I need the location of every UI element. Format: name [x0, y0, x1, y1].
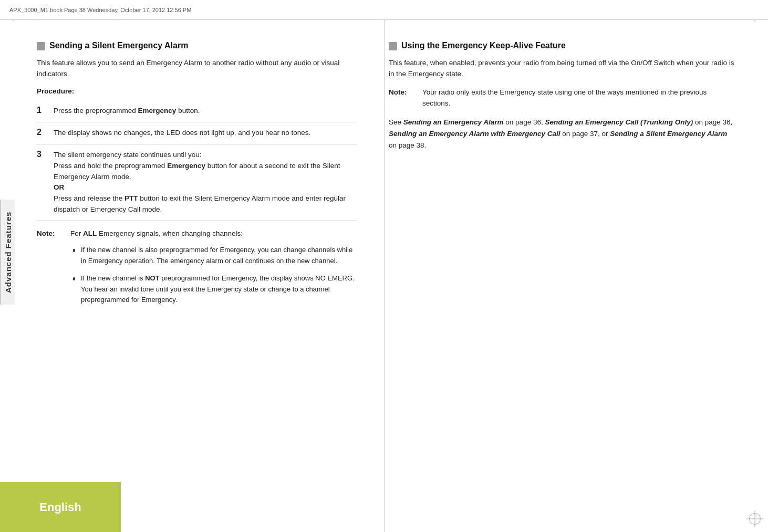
right-note-label: Note:: [389, 87, 415, 109]
bullet-item-2: If the new channel is NOT preprogrammed …: [81, 273, 357, 306]
step-3-text: The silent emergency state continues unt…: [54, 150, 357, 216]
right-section-title: Using the Emergency Keep-Alive Feature: [401, 41, 566, 50]
left-note-text: For ALL Emergency signals, when changing…: [70, 230, 243, 237]
content-area: Sending a Silent Emergency Alarm This fe…: [16, 20, 752, 532]
lang-tab-label: English: [39, 500, 81, 514]
step-2-num: 2: [37, 128, 46, 137]
section-icon-right: [389, 42, 397, 50]
bullet-item-1: If the new channel is also preprogrammed…: [81, 245, 357, 267]
left-section-title: Sending a Silent Emergency Alarm: [49, 41, 188, 50]
step-3: 3 The silent emergency state continues u…: [37, 144, 357, 222]
sidebar-tab: Advanced Features: [0, 200, 15, 305]
right-column: Using the Emergency Keep-Alive Feature T…: [373, 20, 752, 532]
step-2-text: The display shows no changes, the LED do…: [54, 128, 310, 139]
step-1: 1 Press the preprogrammed Emergency butt…: [37, 100, 357, 122]
step-2: 2 The display shows no changes, the LED …: [37, 122, 357, 144]
right-note-content: Your radio only exits the Emergency stat…: [422, 87, 736, 109]
section-icon-left: [37, 42, 45, 50]
step-3-num: 3: [37, 150, 46, 159]
left-section-heading: Sending a Silent Emergency Alarm: [37, 41, 357, 50]
sidebar-label: Advanced Features: [4, 211, 13, 293]
left-section-body: This feature allows you to send an Emerg…: [37, 58, 357, 80]
left-note: Note: For ALL Emergency signals, when ch…: [37, 228, 357, 312]
lang-tab: English: [0, 482, 121, 532]
ref-text-block: See Sending an Emergency Alarm on page 3…: [389, 117, 736, 152]
left-note-content: For ALL Emergency signals, when changing…: [70, 228, 357, 312]
left-note-label: Note:: [37, 228, 63, 312]
top-bar-text: APX_3000_M1.book Page 38 Wednesday, Octo…: [9, 7, 191, 13]
procedure-label: Procedure:: [37, 87, 357, 95]
step-1-num: 1: [37, 106, 46, 115]
right-note-text: Your radio only exits the Emergency stat…: [422, 88, 707, 107]
left-column: Sending a Silent Emergency Alarm This fe…: [16, 20, 373, 532]
right-section-body: This feature, when enabled, prevents you…: [389, 58, 736, 80]
bullet-list: If the new channel is also preprogrammed…: [70, 245, 357, 306]
step-1-text: Press the preprogrammed Emergency button…: [54, 106, 200, 117]
right-section-heading: Using the Emergency Keep-Alive Feature: [389, 41, 736, 50]
right-note: Note: Your radio only exits the Emergenc…: [389, 87, 736, 109]
top-bar: APX_3000_M1.book Page 38 Wednesday, Octo…: [0, 0, 768, 20]
